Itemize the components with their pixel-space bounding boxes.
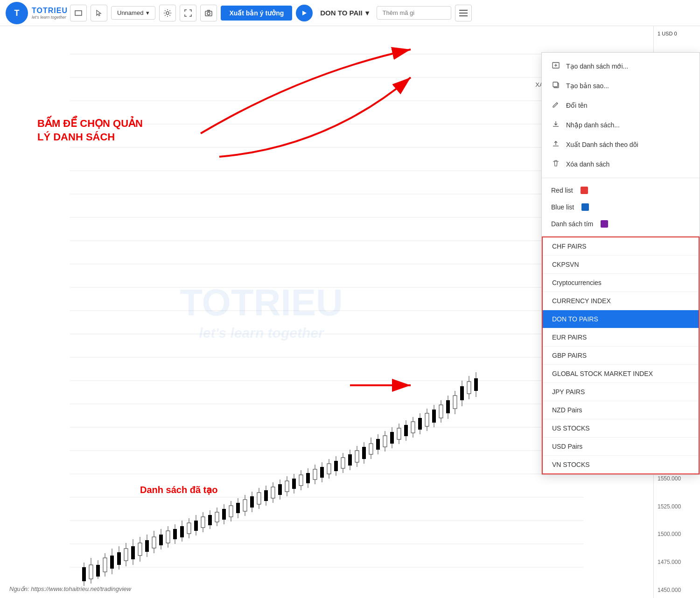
svg-rect-100 <box>313 469 317 480</box>
global-stock-item[interactable]: GLOBAL STOCK MARKET INDEX <box>543 365 699 383</box>
delete-label: Xóa danh sách <box>566 160 609 168</box>
svg-rect-84 <box>257 493 261 504</box>
svg-rect-2 <box>75 11 82 15</box>
rectangle-tool-button[interactable] <box>70 5 87 21</box>
svg-rect-102 <box>320 467 324 478</box>
rename-label: Đổi tên <box>566 102 588 109</box>
svg-rect-58 <box>166 531 170 543</box>
chf-pairs-item[interactable]: CHF PAIRS <box>543 237 699 256</box>
red-list-item[interactable]: Red list <box>542 182 700 199</box>
svg-rect-34 <box>82 567 86 581</box>
hamburger-menu-button[interactable] <box>455 5 472 21</box>
logo-text: TOTRIEU let's learn together <box>32 6 68 20</box>
svg-rect-128 <box>411 422 415 433</box>
svg-rect-146 <box>474 378 478 391</box>
svg-point-5 <box>207 12 210 15</box>
svg-rect-120 <box>383 436 387 447</box>
import-icon <box>551 120 560 130</box>
svg-rect-114 <box>362 447 366 459</box>
toolbar: T TOTRIEU let's learn together Unnamed ▾ <box>0 0 700 26</box>
svg-rect-42 <box>110 556 114 569</box>
price-level: 1 USD 0 <box>658 31 696 36</box>
svg-rect-72 <box>215 512 219 522</box>
unnamed-dropdown-button[interactable]: Unnamed ▾ <box>111 6 155 20</box>
svg-rect-80 <box>243 500 247 511</box>
cursor-tool-button[interactable] <box>91 5 107 21</box>
purple-list-item[interactable]: Danh sách tím <box>542 216 700 232</box>
play-button[interactable] <box>296 5 313 21</box>
blue-list-badge <box>581 203 589 211</box>
usd-pairs-item[interactable]: USD Pairs <box>543 438 699 456</box>
fullscreen-button[interactable] <box>180 5 196 21</box>
jpy-pairs-item[interactable]: JPY PAIRS <box>543 383 699 401</box>
svg-text:T: T <box>14 8 20 18</box>
watchlist-name: DON TO PAII <box>320 9 362 17</box>
cryptocurrencies-item[interactable]: Cryptocurrencies <box>543 274 699 292</box>
svg-rect-140 <box>453 396 457 409</box>
rename-icon <box>551 100 560 111</box>
blue-list-item[interactable]: Blue list <box>542 199 700 216</box>
svg-rect-138 <box>446 400 450 413</box>
screenshot-button[interactable] <box>200 5 217 21</box>
export-icon <box>551 139 560 150</box>
svg-rect-112 <box>355 451 359 462</box>
purple-list-badge <box>601 220 608 228</box>
svg-rect-118 <box>376 439 380 450</box>
svg-rect-68 <box>201 517 205 528</box>
svg-rect-96 <box>299 475 303 486</box>
svg-marker-6 <box>302 11 307 15</box>
cryptocurrencies-label: Cryptocurrencies <box>552 279 602 286</box>
main-area: TOTRIEU let's learn together <box>0 26 700 598</box>
export-button[interactable]: Xuất bản ý tưởng <box>221 6 292 21</box>
svg-rect-52 <box>145 540 149 552</box>
svg-rect-60 <box>173 529 177 539</box>
create-list-icon <box>551 61 560 71</box>
duplicate-label: Tạo bản sao... <box>566 82 609 90</box>
price-level: 1525.000 <box>658 503 696 510</box>
currency-index-item[interactable]: CURRENCY INDEX <box>543 292 699 310</box>
duplicate-icon <box>551 81 560 91</box>
svg-rect-74 <box>222 509 226 520</box>
svg-rect-106 <box>334 461 338 471</box>
export-list-item[interactable]: Xuất Danh sách theo dõi <box>542 135 700 154</box>
svg-rect-153 <box>553 82 558 87</box>
delete-list-item[interactable]: Xóa danh sách <box>542 154 700 174</box>
price-level: 1475.000 <box>658 559 696 565</box>
gbp-pairs-item[interactable]: GBP PAIRS <box>543 347 699 365</box>
svg-rect-38 <box>96 565 100 577</box>
svg-rect-130 <box>418 418 422 430</box>
rename-list-item[interactable]: Đổi tên <box>542 96 700 115</box>
settings-button[interactable] <box>159 5 176 21</box>
vn-stocks-item[interactable]: VN STOCKS <box>543 456 699 473</box>
nzd-pairs-item[interactable]: NZD Pairs <box>543 401 699 419</box>
symbol-search-input[interactable] <box>377 6 451 20</box>
svg-rect-70 <box>208 515 212 525</box>
duplicate-list-item[interactable]: Tạo bản sao... <box>542 76 700 96</box>
import-list-item[interactable]: Nhập danh sách... <box>542 115 700 135</box>
us-stocks-item[interactable]: US STOCKS <box>543 419 699 438</box>
ckpsvn-item[interactable]: CKPSVN <box>543 256 699 274</box>
svg-rect-94 <box>292 479 296 489</box>
watchlist-selector-button[interactable]: DON TO PAII ▾ <box>316 9 372 17</box>
svg-rect-64 <box>187 523 191 534</box>
vn-stocks-label: VN STOCKS <box>552 461 590 468</box>
unnamed-label: Unnamed <box>117 9 143 16</box>
named-lists-section: Red list Blue list Danh sách tím <box>542 178 700 236</box>
svg-rect-76 <box>229 506 233 517</box>
global-stock-label: GLOBAL STOCK MARKET INDEX <box>552 370 653 377</box>
annotation-bam: BẤM ĐỂ CHỌN QUẢN LÝ DANH SÁCH <box>37 117 159 144</box>
price-level: 1550.000 <box>658 475 696 482</box>
svg-rect-82 <box>250 496 254 508</box>
svg-rect-56 <box>159 535 163 545</box>
jpy-pairs-label: JPY PAIRS <box>552 388 585 396</box>
watchlist-chevron-icon: ▾ <box>365 9 369 17</box>
export-list-label: Xuất Danh sách theo dõi <box>566 141 638 148</box>
svg-rect-88 <box>271 487 275 498</box>
chevron-down-icon: ▾ <box>146 9 149 16</box>
logo-icon: T <box>6 2 28 24</box>
gbp-pairs-label: GBP PAIRS <box>552 352 587 359</box>
create-new-list-item[interactable]: Tạo danh sách mới... <box>542 56 700 76</box>
eur-pairs-item[interactable]: EUR PAIRS <box>543 328 699 347</box>
svg-rect-142 <box>460 386 464 400</box>
don-to-pairs-item[interactable]: DON TO PAIRS <box>543 310 699 328</box>
